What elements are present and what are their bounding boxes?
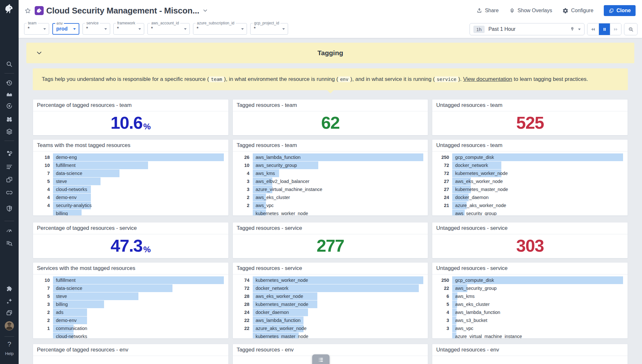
toplist-track: fulfillment xyxy=(53,161,224,169)
chevron-down-icon xyxy=(104,28,107,30)
pin-icon[interactable] xyxy=(569,26,575,32)
toplist-row[interactable]: 7data-science xyxy=(36,284,224,292)
filter-service[interactable]: service* xyxy=(83,23,110,35)
toplist-row[interactable]: 3aws_s3_bucket xyxy=(435,316,623,325)
toplist-row[interactable]: 3aws_elbv2_load_balancer xyxy=(235,178,424,186)
toplist-row[interactable]: 1communication xyxy=(36,325,224,333)
sidebar-item-service-catalog-icon[interactable] xyxy=(6,150,13,157)
sidebar-item-security-shield-icon[interactable] xyxy=(6,205,13,212)
toplist-value: 18 xyxy=(36,155,53,160)
toplist-row[interactable]: 5aws_eks_cluster xyxy=(435,300,623,308)
sidebar-item-facets-icon[interactable] xyxy=(6,163,13,171)
filter-framework[interactable]: framework* xyxy=(113,23,144,35)
toplist-row[interactable]: cloud-networks xyxy=(36,333,224,338)
filter-env[interactable]: envprod xyxy=(52,23,79,35)
toplist-row[interactable]: azure_virtual_machine_instance xyxy=(435,333,623,338)
toplist-row[interactable]: 10fulfillment xyxy=(36,276,224,284)
group-header[interactable]: Tagging xyxy=(26,43,634,63)
sidebar-item-app-windows-icon[interactable] xyxy=(6,176,13,184)
toplist-row[interactable]: 10fulfillment xyxy=(36,161,224,169)
toplist-row[interactable]: 7data-science xyxy=(36,169,224,178)
toplist-row[interactable]: 3azure_virtual_machine_instance xyxy=(235,186,424,194)
datadog-logo[interactable] xyxy=(3,3,15,15)
toplist-row[interactable]: 28aws_eks_worker_node xyxy=(235,292,424,300)
toplist-row[interactable]: 4demo-env xyxy=(36,194,224,202)
toplist-row[interactable]: 28kubernetes_master_node xyxy=(235,300,424,308)
toplist-row[interactable]: 27aws_eks_worker_node xyxy=(435,178,623,186)
toplist-row[interactable]: 5steve xyxy=(36,178,224,186)
toplist-row[interactable]: 4aws_lambda_function xyxy=(435,308,623,316)
toplist-row[interactable]: 4aws_kms xyxy=(235,169,424,178)
time-forward-button[interactable] xyxy=(610,23,621,35)
toplist-row[interactable]: 72docker_network xyxy=(235,284,424,292)
toplist-label: steve xyxy=(56,292,67,300)
toplist-value: 26 xyxy=(235,155,253,160)
time-range-picker[interactable]: 1h Past 1 Hour xyxy=(470,23,585,35)
filter-azure_subscription_id[interactable]: azure_subscription_id* xyxy=(193,23,247,35)
show-overlays-button[interactable]: Show Overlays xyxy=(509,8,552,14)
toplist-track: docker_network xyxy=(452,161,623,169)
sidebar-item-monitors-icon[interactable] xyxy=(6,102,13,110)
filter-team[interactable]: team* xyxy=(24,23,49,35)
sidebar-item-integrations-puzzle-icon[interactable] xyxy=(6,285,13,293)
toplist-row[interactable]: 22aws_lambda_function xyxy=(235,316,424,325)
toplist-row[interactable]: 26aws_lambda_function xyxy=(235,153,424,161)
toplist-row[interactable]: billing xyxy=(36,210,224,215)
toplist-row[interactable]: kubernetes_master_node xyxy=(235,333,424,338)
toplist-row[interactable]: 3billing xyxy=(36,300,224,308)
favorite-star-icon[interactable] xyxy=(24,7,31,14)
toplist-row[interactable]: 2aws_eks_cluster xyxy=(235,194,424,202)
toplist-track: aws_vpc xyxy=(452,325,623,332)
toplist-row[interactable]: 250gcp_compute_disk xyxy=(435,153,623,161)
toplist-row[interactable]: 2ads xyxy=(36,308,224,316)
toplist-row[interactable]: 22azure_aks_worker_node xyxy=(235,325,424,333)
toplist-row[interactable]: 22aws_security_group xyxy=(435,284,623,292)
title-chevron-down-icon[interactable] xyxy=(203,8,208,13)
toplist-row[interactable]: 250gcp_compute_disk xyxy=(435,276,623,284)
collapse-chevron-down-icon[interactable] xyxy=(36,50,42,56)
toplist-row[interactable]: 3aws_vpc xyxy=(435,325,623,333)
toplist-row[interactable]: 74kubernetes_worker_node xyxy=(235,276,424,284)
configure-button[interactable]: Configure xyxy=(562,8,593,14)
sidebar-item-layers-icon[interactable] xyxy=(6,128,13,135)
toplist-row[interactable]: 72kubernetes_worker_node xyxy=(435,169,623,178)
view-documentation-link[interactable]: View documentation xyxy=(463,76,512,82)
user-avatar[interactable] xyxy=(4,321,14,331)
share-button[interactable]: Share xyxy=(476,8,499,14)
toplist-row[interactable]: 4security-analytics xyxy=(36,202,224,210)
toplist-row[interactable]: kubernetes_worker_node xyxy=(235,210,424,215)
sidebar-item-metrics-icon[interactable] xyxy=(6,90,13,98)
filter-aws_account_id[interactable]: aws_account_id* xyxy=(147,23,190,35)
toplist-row[interactable]: 5steve xyxy=(36,292,224,300)
pause-button[interactable] xyxy=(599,23,610,35)
toplist-row[interactable]: 24docker_daemon xyxy=(235,308,424,316)
list-view-button[interactable] xyxy=(312,354,330,364)
toplist-row[interactable]: 2demo-env xyxy=(36,316,224,325)
sidebar-item-log-search-icon[interactable] xyxy=(6,240,13,247)
toplist-row[interactable]: 10aws_security_group xyxy=(235,161,424,169)
filter-gcp_project_id[interactable]: gcp_project_id* xyxy=(250,23,288,35)
zoom-out-button[interactable] xyxy=(624,23,638,35)
toplist-row[interactable]: 72docker_network xyxy=(435,161,623,169)
time-backward-button[interactable] xyxy=(587,23,599,35)
sidebar-item-workspaces-icon[interactable] xyxy=(6,309,13,317)
sidebar-item-search-icon[interactable] xyxy=(6,61,13,68)
sidebar-item-gauge-icon[interactable] xyxy=(6,227,13,234)
toplist-row[interactable]: aws_security_group xyxy=(435,210,623,215)
sidebar-item-history-icon[interactable] xyxy=(6,79,13,87)
help-label[interactable]: Help xyxy=(0,351,19,356)
sidebar-item-watchdog-icon[interactable] xyxy=(6,116,13,123)
toplist-row[interactable]: 24docker_daemon xyxy=(435,194,623,202)
toplist-row[interactable]: 21azure_aks_worker_node xyxy=(435,202,623,210)
toplist-row[interactable]: 4cloud-networks xyxy=(36,186,224,194)
toplist: 18demo-eng10fulfillment7data-science5ste… xyxy=(33,152,228,215)
toplist-row[interactable]: 27kubernetes_master_node xyxy=(435,186,623,194)
toplist-row[interactable]: 6aws_kms xyxy=(435,292,623,300)
toplist-value: 10 xyxy=(36,278,53,283)
toplist-row[interactable]: 18demo-eng xyxy=(36,153,224,161)
toplist-row[interactable]: 2aws_vpc xyxy=(235,202,424,210)
sidebar-item-assistant-sparkles-icon[interactable] xyxy=(6,298,13,305)
sidebar-item-service-link-icon[interactable] xyxy=(6,189,13,196)
clone-button[interactable]: Clone xyxy=(604,5,636,16)
help-question-icon[interactable]: ? xyxy=(7,340,11,348)
